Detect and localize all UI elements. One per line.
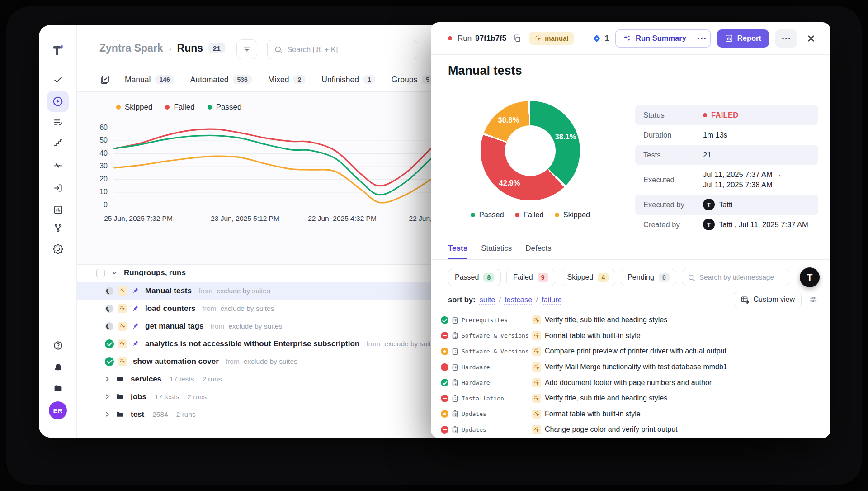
filter-chip-passed[interactable]: Passed8 (448, 269, 501, 286)
sort-link-failure[interactable]: failure (542, 296, 562, 304)
folder-runs-count: 2 runs (187, 393, 207, 401)
run-details-drawer: Run 97f1b7f5 manual 1 Run Sum (431, 22, 830, 438)
task-list-icon[interactable] (99, 74, 110, 85)
sidebar-item-settings-gear-icon[interactable] (52, 243, 63, 254)
test-suite: Updates (462, 426, 529, 433)
select-all-checkbox[interactable] (96, 269, 105, 277)
drawer-tab-defects[interactable]: Defects (525, 243, 552, 253)
more-actions-button[interactable] (775, 29, 797, 48)
tab-manual[interactable]: Manual146 (125, 75, 174, 85)
sort-link-testcase[interactable]: testcase (505, 296, 532, 304)
report-label: Report (737, 34, 761, 43)
running-status-icon (105, 322, 114, 331)
test-row[interactable]: HardwareAdd document footer with page nu… (441, 375, 830, 391)
folder-icon (115, 392, 124, 401)
tests-search[interactable] (682, 269, 789, 286)
test-row[interactable]: UpdatesChange page color and verify prin… (441, 422, 830, 438)
run-from-label: from (210, 322, 224, 330)
tab-count-badge: 536 (233, 75, 251, 84)
sidebar-help-icon[interactable] (52, 340, 63, 351)
sidebar-item-milestones-steps-icon[interactable] (52, 137, 63, 148)
running-status-icon (105, 304, 114, 313)
manual-click-icon (534, 35, 542, 42)
global-search[interactable] (267, 40, 417, 59)
tab-mixed[interactable]: Mixed2 (268, 75, 305, 85)
test-title: Compare print preview of printer driver … (544, 347, 830, 355)
tab-groups[interactable]: Groups5 (392, 75, 434, 85)
tab-label: Manual (125, 75, 151, 85)
sidebar-notifications-bell-icon[interactable] (52, 362, 63, 373)
manual-run-icon (118, 357, 127, 366)
run-title: get manual tags (145, 322, 203, 331)
drawer-tab-statistics[interactable]: Statistics (481, 243, 512, 253)
screen-canvas: ER Zyntra Spark › Runs 21 (0, 0, 868, 491)
test-row[interactable]: Software & VersionsFormat table with bui… (441, 328, 830, 344)
run-summary-button[interactable]: Run Summary (615, 29, 711, 48)
sort-by-label: sort by: (448, 296, 476, 304)
report-button[interactable]: Report (717, 29, 769, 48)
sidebar-item-pulse-icon[interactable] (52, 160, 63, 171)
chevron-down-icon[interactable] (111, 269, 118, 276)
chip-label: Passed (455, 273, 479, 281)
detail-row-created-by: Created byTTatti , Jul 11, 2025 7:37 AM (635, 215, 818, 234)
detail-label: Duration (643, 131, 703, 139)
support-widget-button[interactable]: T (800, 267, 820, 287)
run-from-label: from (202, 305, 216, 313)
detail-label: Executed by (643, 200, 703, 209)
filter-chip-failed[interactable]: Failed9 (506, 269, 555, 286)
linked-epic[interactable]: 1 (592, 34, 609, 43)
user-avatar[interactable]: ER (49, 401, 67, 419)
copy-icon[interactable] (513, 34, 521, 43)
tab-automated[interactable]: Automated536 (190, 75, 252, 85)
drawer-header: Run 97f1b7f5 manual 1 Run Sum (431, 22, 830, 55)
test-title: Verify title, sub title and heading styl… (544, 394, 830, 402)
search-input[interactable] (287, 45, 410, 54)
donut-legend-failed: Failed (515, 210, 544, 219)
app-logo-icon[interactable] (50, 43, 66, 58)
tab-unfinished[interactable]: Unfinished1 (321, 75, 375, 85)
test-row[interactable]: PrerequisitesVerify title, sub title and… (441, 312, 830, 328)
sort-link-suite[interactable]: suite (480, 296, 495, 304)
run-status-dot (448, 36, 452, 40)
status-value: FAILED (711, 110, 738, 120)
legend-label: Failed (174, 103, 194, 112)
sidebar-item-analytics-bar-chart-icon[interactable] (52, 204, 63, 215)
legend-dot (116, 105, 121, 110)
filter-button[interactable] (236, 39, 257, 59)
sliders-icon[interactable] (809, 295, 818, 304)
filter-chip-skipped[interactable]: Skipped4 (561, 269, 616, 286)
executed-range: Jul 11, 2025 7:37 AM →Jul 11, 2025 7:38 … (703, 169, 782, 190)
tab-count-badge: 146 (155, 75, 174, 84)
breadcrumb-workspace[interactable]: Zyntra Spark (99, 42, 163, 54)
sidebar-item-runs-active[interactable] (47, 91, 69, 112)
detail-value: TTatti , Jul 11, 2025 7:37 AM (703, 219, 808, 230)
sidebar-item-branch-icon[interactable] (52, 222, 63, 233)
chip-count-badge: 8 (483, 273, 494, 282)
sidebar-item-plans-list-check-icon[interactable] (52, 117, 63, 128)
test-row[interactable]: HardwareVerify Mail Merge functionality … (441, 359, 830, 375)
run-title: load counters (145, 304, 195, 313)
run-summary-label: Run Summary (636, 34, 686, 43)
close-icon[interactable] (804, 33, 818, 43)
donut-legend-skipped: Skipped (555, 210, 590, 219)
run-summary-more-icon[interactable] (693, 30, 710, 47)
sidebar-item-tests-check-icon[interactable] (52, 74, 63, 85)
failed-status-icon (441, 426, 448, 434)
clipboard-icon (451, 348, 459, 355)
manual-run-icon (118, 286, 127, 296)
filter-chip-pending[interactable]: Pending0 (621, 269, 676, 286)
test-row[interactable]: UpdatesFormat table with built-in style (441, 406, 830, 422)
custom-view-label: Custom view (753, 296, 795, 304)
sidebar-projects-folder-icon[interactable] (52, 383, 63, 394)
run-details-table: StatusFAILEDDuration1m 13sTests21Execute… (635, 105, 818, 234)
chip-label: Skipped (567, 273, 594, 281)
manual-test-icon (532, 331, 541, 340)
passed-status-icon (441, 316, 448, 324)
drawer-tab-tests[interactable]: Tests (448, 243, 467, 253)
test-row[interactable]: Software & VersionsCompare print preview… (441, 343, 830, 359)
sidebar-item-import-icon[interactable] (52, 182, 63, 193)
tests-search-input[interactable] (699, 273, 783, 281)
running-status-icon (105, 286, 114, 296)
test-row[interactable]: InstallationVerify title, sub title and … (441, 391, 830, 406)
custom-view-button[interactable]: Custom view (734, 291, 802, 308)
